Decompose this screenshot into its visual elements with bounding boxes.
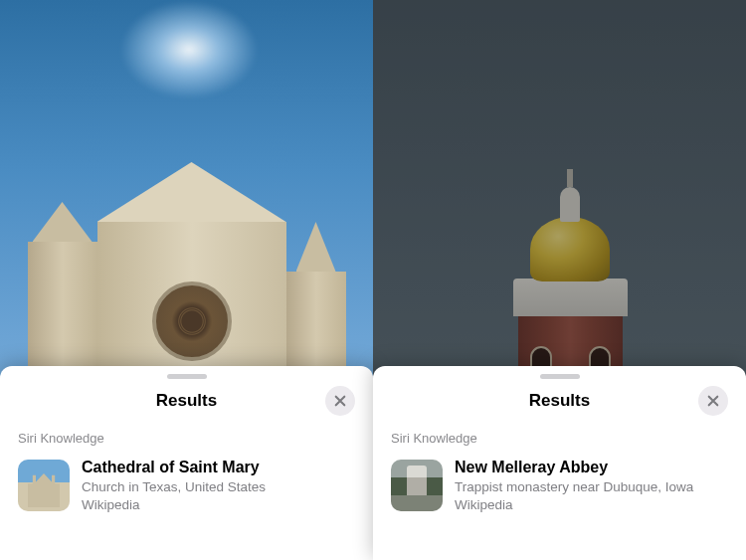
sheet-header: Results <box>391 385 728 417</box>
close-button[interactable] <box>698 386 728 416</box>
result-source: Wikipedia <box>82 496 355 513</box>
right-panel: Results Siri Knowledge New Melleray Abbe… <box>373 0 746 560</box>
result-source: Wikipedia <box>455 496 728 513</box>
result-thumbnail <box>391 460 443 511</box>
close-icon <box>707 395 719 407</box>
result-title: New Melleray Abbey <box>455 458 728 477</box>
left-panel: Results Siri Knowledge Cathedral of Sain… <box>0 0 373 560</box>
result-subtitle: Trappist monastery near Dubuque, Iowa <box>455 478 728 495</box>
result-subtitle: Church in Texas, United States <box>82 478 355 495</box>
results-sheet[interactable]: Results Siri Knowledge Cathedral of Sain… <box>0 366 373 560</box>
result-title: Cathedral of Saint Mary <box>82 458 355 477</box>
results-sheet[interactable]: Results Siri Knowledge New Melleray Abbe… <box>373 366 746 560</box>
split-container: Results Siri Knowledge Cathedral of Sain… <box>0 0 746 560</box>
sheet-grabber[interactable] <box>540 374 580 379</box>
result-text: Cathedral of Saint Mary Church in Texas,… <box>82 458 355 513</box>
sheet-title: Results <box>156 391 217 411</box>
sheet-title: Results <box>529 391 590 411</box>
result-row[interactable]: Cathedral of Saint Mary Church in Texas,… <box>18 458 355 513</box>
close-icon <box>334 395 346 407</box>
sheet-grabber[interactable] <box>167 374 207 379</box>
result-text: New Melleray Abbey Trappist monastery ne… <box>455 458 728 513</box>
section-label: Siri Knowledge <box>18 431 355 446</box>
result-thumbnail <box>18 460 70 511</box>
section-label: Siri Knowledge <box>391 431 728 446</box>
close-button[interactable] <box>325 386 355 416</box>
sheet-header: Results <box>18 385 355 417</box>
result-row[interactable]: New Melleray Abbey Trappist monastery ne… <box>391 458 728 513</box>
